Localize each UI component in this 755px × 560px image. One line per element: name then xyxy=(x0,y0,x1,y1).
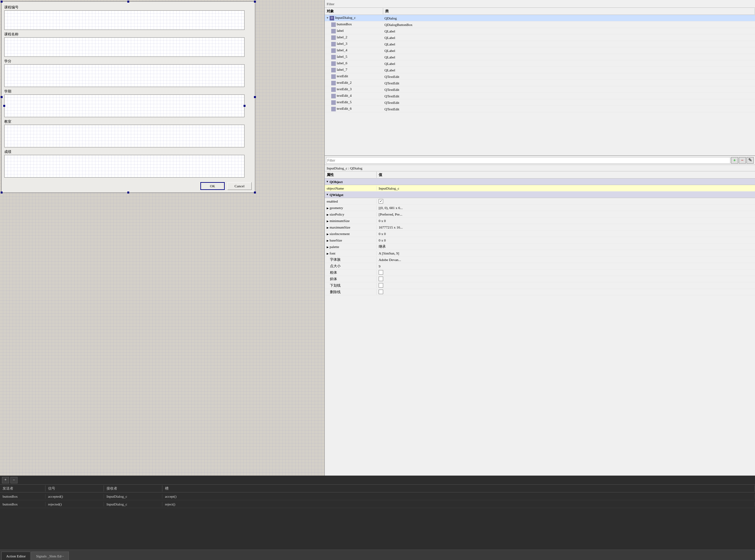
tab-action-editor[interactable]: Action Editor xyxy=(1,552,31,560)
props-row[interactable]: enabled xyxy=(325,198,755,204)
filter-top-label: Filter xyxy=(327,2,338,6)
props-edit-button[interactable]: ✎ xyxy=(747,157,754,164)
tree-row[interactable]: labelQLabel xyxy=(325,28,755,35)
tree-row[interactable]: textEdit_2QTextEdit xyxy=(325,80,755,86)
props-col-val: 值 xyxy=(377,172,755,178)
label-course-id: 课程编号 xyxy=(4,5,252,10)
props-row[interactable]: ▶fontA [SimSun, 9] xyxy=(325,250,755,257)
tree-filter-bar: Filter xyxy=(325,0,755,8)
tree-row[interactable]: label_2QLabel xyxy=(325,35,755,41)
props-remove-button[interactable]: − xyxy=(739,157,746,164)
props-col-attr: 属性 xyxy=(325,172,377,178)
props-row[interactable]: ▶sizePolicy[Preferred, Pre... xyxy=(325,211,755,218)
tree-row[interactable]: textEdit_6QTextEdit xyxy=(325,106,755,112)
dialog-window[interactable]: 课程编号 课程名称 学分 学期 教室 xyxy=(1,1,255,193)
handle-tm[interactable] xyxy=(127,1,129,3)
tree-row[interactable]: label_7QLabel xyxy=(325,67,755,73)
props-row[interactable]: ▶maximumSize16777215 x 16... xyxy=(325,224,755,231)
right-panel: Filter 对象 类 ▼DInputDialog_cQDialogbutton… xyxy=(325,0,755,476)
props-object-title: InputDialog_c : QDialog xyxy=(325,165,755,172)
handle-mr[interactable] xyxy=(254,96,256,98)
props-row[interactable]: 下划线 xyxy=(325,282,755,289)
props-row[interactable]: 点大小9 xyxy=(325,263,755,269)
props-header: 属性 值 xyxy=(325,172,755,179)
col-sender: 发送者 xyxy=(0,485,45,492)
tree-header: 对象 类 xyxy=(325,8,755,15)
handle-bl[interactable] xyxy=(1,192,3,194)
tree-col-class: 类 xyxy=(383,8,755,14)
cancel-button[interactable]: Cancel xyxy=(227,182,252,190)
props-row[interactable]: objectNameInputDialog_c xyxy=(325,185,755,192)
textedit-credits[interactable] xyxy=(4,64,244,87)
remove-connection-button[interactable]: − xyxy=(11,477,18,483)
textedit-course-name[interactable] xyxy=(4,37,244,57)
add-connection-button[interactable]: + xyxy=(2,477,9,483)
tree-row[interactable]: ▼DInputDialog_cQDialog xyxy=(325,15,755,21)
props-row[interactable]: ▶minimumSize0 x 0 xyxy=(325,218,755,224)
handle-ml[interactable] xyxy=(1,96,3,98)
props-row[interactable]: 删除线 xyxy=(325,289,755,295)
tree-row[interactable]: label_3QLabel xyxy=(325,41,755,47)
label-credits: 学分 xyxy=(4,59,252,64)
props-row[interactable]: 斜体 xyxy=(325,276,755,282)
handle-br[interactable] xyxy=(254,192,256,194)
handle-bm[interactable] xyxy=(127,192,129,194)
bottom-area: + − 发送者 信号 接收者 槽 buttonBoxaccepted()Inpu… xyxy=(0,476,755,560)
handle-tr[interactable] xyxy=(254,1,256,3)
col-slot: 槽 xyxy=(162,485,755,492)
tab-bar: Action EditorSignals _Slots Ed··· xyxy=(0,549,755,560)
props-row[interactable]: ▶baseSize0 x 0 xyxy=(325,237,755,243)
tree-row[interactable]: label_4QLabel xyxy=(325,47,755,54)
textedit-course-id[interactable] xyxy=(4,11,244,30)
ok-button[interactable]: OK xyxy=(200,182,225,190)
properties-panel: + − ✎ InputDialog_c : QDialog 属性 值 ▼QObj… xyxy=(325,156,755,476)
props-group[interactable]: ▼QWidget xyxy=(325,192,755,198)
textedit-semester[interactable] xyxy=(4,95,244,117)
signals-table[interactable]: buttonBoxaccepted()InputDialog_caccept()… xyxy=(0,493,755,549)
label-semester: 学期 xyxy=(4,89,252,94)
props-row[interactable]: ▶geometry[(0, 0), 681 x 6... xyxy=(325,204,755,211)
tree-row[interactable]: textEditQTextEdit xyxy=(325,73,755,80)
props-filter-input[interactable] xyxy=(326,157,730,164)
tree-row[interactable]: label_5QLabel xyxy=(325,54,755,60)
tree-row[interactable]: buttonBoxQDialogButtonBox xyxy=(325,21,755,28)
tree-row[interactable]: textEdit_4QTextEdit xyxy=(325,93,755,99)
tree-row[interactable]: textEdit_3QTextEdit xyxy=(325,86,755,93)
object-tree-panel: Filter 对象 类 ▼DInputDialog_cQDialogbutton… xyxy=(325,0,755,156)
label-score: 成绩 xyxy=(4,149,252,154)
bottom-toolbar: + − xyxy=(0,476,755,485)
tree-row[interactable]: textEdit_5QTextEdit xyxy=(325,99,755,106)
dialog-buttons: OK Cancel xyxy=(2,180,255,193)
props-body[interactable]: ▼QObjectobjectNameInputDialog_c▼QWidgete… xyxy=(325,179,755,476)
props-filter-bar: + − ✎ xyxy=(325,156,755,165)
textedit-score[interactable] xyxy=(4,155,244,178)
col-receiver: 接收者 xyxy=(104,485,162,492)
props-row[interactable]: ▶sizeIncrement0 x 0 xyxy=(325,231,755,237)
props-row[interactable]: ▶palette继承 xyxy=(325,243,755,250)
signal-row[interactable]: buttonBoxaccepted()InputDialog_caccept() xyxy=(0,493,755,500)
textedit-classroom[interactable] xyxy=(4,125,244,147)
props-group[interactable]: ▼QObject xyxy=(325,179,755,185)
props-row[interactable]: 字体族Adobe Devan... xyxy=(325,257,755,263)
tab-signals-slots[interactable]: Signals _Slots Ed··· xyxy=(31,552,69,560)
tree-body[interactable]: ▼DInputDialog_cQDialogbuttonBoxQDialogBu… xyxy=(325,15,755,156)
handle-tl[interactable] xyxy=(1,1,3,3)
label-course-name: 课程名称 xyxy=(4,32,252,37)
tree-row[interactable]: label_6QLabel xyxy=(325,60,755,67)
col-signal: 信号 xyxy=(45,485,104,492)
design-canvas: 课程编号 课程名称 学分 学期 教室 xyxy=(0,0,325,476)
tree-col-object: 对象 xyxy=(325,8,383,14)
label-classroom: 教室 xyxy=(4,119,252,124)
props-row[interactable]: 粗体 xyxy=(325,269,755,276)
signal-row[interactable]: buttonBoxrejected()InputDialog_creject() xyxy=(0,500,755,508)
props-add-button[interactable]: + xyxy=(731,157,738,164)
signals-header: 发送者 信号 接收者 槽 xyxy=(0,485,755,493)
